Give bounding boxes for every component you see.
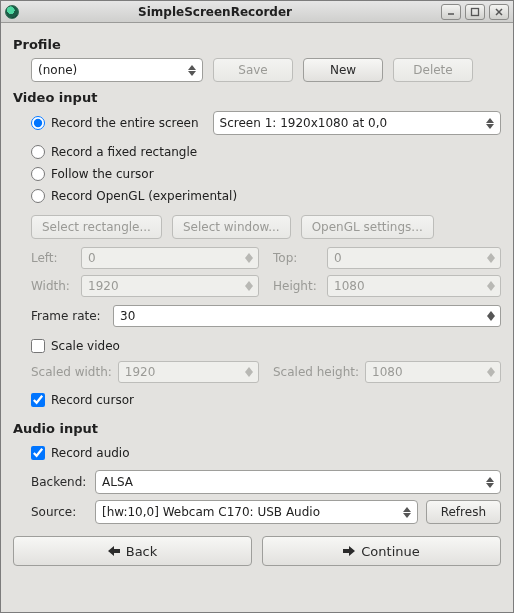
record-audio-checkbox[interactable]: Record audio bbox=[31, 442, 501, 464]
updown-icon bbox=[482, 477, 498, 488]
spin-icon bbox=[242, 367, 256, 377]
scale-video-checkbox[interactable]: Scale video bbox=[31, 335, 501, 357]
svg-marker-6 bbox=[486, 118, 494, 123]
width-field: 1920 bbox=[81, 275, 259, 297]
height-field: 1080 bbox=[327, 275, 501, 297]
svg-marker-17 bbox=[487, 316, 495, 321]
backend-select[interactable]: ALSA bbox=[95, 470, 501, 494]
arrow-right-icon bbox=[343, 546, 355, 556]
refresh-button[interactable]: Refresh bbox=[426, 500, 501, 524]
scaled-height-field: 1080 bbox=[365, 361, 501, 383]
svg-marker-23 bbox=[486, 483, 494, 488]
svg-marker-9 bbox=[245, 258, 253, 263]
backend-value: ALSA bbox=[102, 475, 482, 489]
scaled-width-field: 1920 bbox=[118, 361, 259, 383]
video-heading: Video input bbox=[13, 90, 501, 105]
spin-icon bbox=[242, 281, 256, 291]
svg-marker-13 bbox=[245, 286, 253, 291]
top-field: 0 bbox=[327, 247, 501, 269]
radio-fixed-rectangle-label: Record a fixed rectangle bbox=[51, 145, 197, 159]
radio-fixed-rectangle[interactable]: Record a fixed rectangle bbox=[31, 141, 501, 163]
svg-marker-19 bbox=[245, 372, 253, 377]
frame-rate-label: Frame rate: bbox=[31, 309, 105, 323]
spin-icon bbox=[242, 253, 256, 263]
svg-marker-7 bbox=[486, 124, 494, 129]
top-label: Top: bbox=[273, 251, 321, 265]
save-button: Save bbox=[213, 58, 293, 82]
svg-marker-11 bbox=[487, 258, 495, 263]
svg-marker-4 bbox=[188, 65, 196, 70]
continue-label: Continue bbox=[361, 544, 419, 559]
spin-icon bbox=[484, 367, 498, 377]
svg-marker-27 bbox=[343, 546, 355, 556]
arrow-left-icon bbox=[108, 546, 120, 556]
top-value: 0 bbox=[334, 251, 484, 265]
radio-opengl-input[interactable] bbox=[31, 189, 45, 203]
updown-icon bbox=[482, 118, 498, 129]
radio-follow-cursor-label: Follow the cursor bbox=[51, 167, 154, 181]
backend-label: Backend: bbox=[31, 475, 87, 489]
left-value: 0 bbox=[88, 251, 242, 265]
record-audio-label: Record audio bbox=[51, 446, 130, 460]
profile-heading: Profile bbox=[13, 37, 501, 52]
profile-select-value: (none) bbox=[38, 63, 184, 77]
frame-rate-field[interactable]: 30 bbox=[113, 305, 501, 327]
svg-rect-1 bbox=[472, 8, 479, 15]
scaled-height-label: Scaled height: bbox=[273, 365, 359, 379]
left-label: Left: bbox=[31, 251, 75, 265]
radio-opengl[interactable]: Record OpenGL (experimental) bbox=[31, 185, 501, 207]
svg-marker-24 bbox=[403, 507, 411, 512]
radio-fixed-rectangle-input[interactable] bbox=[31, 145, 45, 159]
svg-marker-22 bbox=[486, 477, 494, 482]
updown-icon bbox=[184, 65, 200, 76]
new-button[interactable]: New bbox=[303, 58, 383, 82]
spin-icon bbox=[484, 253, 498, 263]
height-label: Height: bbox=[273, 279, 321, 293]
audio-heading: Audio input bbox=[13, 421, 501, 436]
radio-entire-screen-label: Record the entire screen bbox=[51, 116, 199, 130]
radio-follow-cursor-input[interactable] bbox=[31, 167, 45, 181]
record-audio-input[interactable] bbox=[31, 446, 45, 460]
spin-icon bbox=[484, 311, 498, 321]
spin-icon bbox=[484, 281, 498, 291]
radio-entire-screen[interactable]: Record the entire screen bbox=[31, 112, 199, 134]
scaled-height-value: 1080 bbox=[372, 365, 484, 379]
back-button[interactable]: Back bbox=[13, 536, 252, 566]
scaled-width-label: Scaled width: bbox=[31, 365, 112, 379]
profile-select[interactable]: (none) bbox=[31, 58, 203, 82]
continue-button[interactable]: Continue bbox=[262, 536, 501, 566]
height-value: 1080 bbox=[334, 279, 484, 293]
record-cursor-input[interactable] bbox=[31, 393, 45, 407]
source-select[interactable]: [hw:10,0] Webcam C170: USB Audio bbox=[95, 500, 418, 524]
app-icon bbox=[5, 5, 19, 19]
radio-entire-screen-input[interactable] bbox=[31, 116, 45, 130]
svg-marker-25 bbox=[403, 513, 411, 518]
select-rectangle-button: Select rectangle... bbox=[31, 215, 162, 239]
close-button[interactable] bbox=[489, 4, 509, 20]
record-cursor-checkbox[interactable]: Record cursor bbox=[31, 389, 501, 411]
updown-icon bbox=[399, 507, 415, 518]
source-label: Source: bbox=[31, 505, 87, 519]
minimize-button[interactable] bbox=[441, 4, 461, 20]
radio-follow-cursor[interactable]: Follow the cursor bbox=[31, 163, 501, 185]
svg-marker-26 bbox=[108, 546, 120, 556]
width-label: Width: bbox=[31, 279, 75, 293]
left-field: 0 bbox=[81, 247, 259, 269]
select-window-button: Select window... bbox=[172, 215, 291, 239]
radio-opengl-label: Record OpenGL (experimental) bbox=[51, 189, 237, 203]
titlebar: SimpleScreenRecorder bbox=[1, 1, 513, 23]
scaled-width-value: 1920 bbox=[125, 365, 242, 379]
opengl-settings-button: OpenGL settings... bbox=[301, 215, 434, 239]
scale-video-input[interactable] bbox=[31, 339, 45, 353]
delete-button: Delete bbox=[393, 58, 473, 82]
svg-marker-21 bbox=[487, 372, 495, 377]
width-value: 1920 bbox=[88, 279, 242, 293]
frame-rate-value: 30 bbox=[120, 309, 484, 323]
source-value: [hw:10,0] Webcam C170: USB Audio bbox=[102, 505, 399, 519]
maximize-button[interactable] bbox=[465, 4, 485, 20]
back-label: Back bbox=[126, 544, 158, 559]
window-title: SimpleScreenRecorder bbox=[25, 5, 441, 19]
record-cursor-label: Record cursor bbox=[51, 393, 134, 407]
screen-select[interactable]: Screen 1: 1920x1080 at 0,0 bbox=[213, 111, 501, 135]
scale-video-label: Scale video bbox=[51, 339, 120, 353]
